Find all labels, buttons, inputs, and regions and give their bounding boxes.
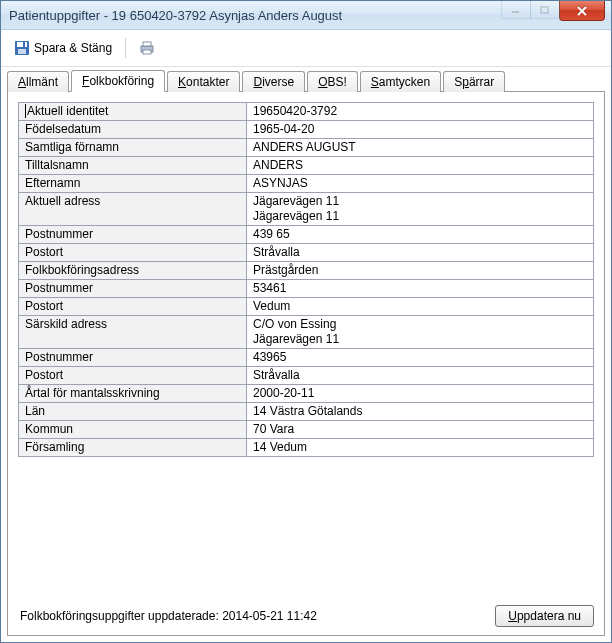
value-postort-3: Stråvalla <box>247 367 594 385</box>
save-and-close-label: Spara & Stäng <box>34 41 112 55</box>
row-postort-2: Postort Vedum <box>19 298 594 316</box>
value-artal-mantalsskrivning: 2000-20-11 <box>247 385 594 403</box>
value-folkbokforingsadress: Prästgården <box>247 262 594 280</box>
print-icon <box>139 40 155 56</box>
svg-rect-6 <box>18 49 26 54</box>
value-efternamn: ASYNJAS <box>247 175 594 193</box>
label-forsamling: Församling <box>19 439 247 457</box>
row-sarskild-adress: Särskild adress C/O von Essing Jägareväg… <box>19 316 594 349</box>
minimize-button[interactable] <box>501 1 531 19</box>
tab-kontakter[interactable]: Kontakter <box>167 71 240 92</box>
label-efternamn: Efternamn <box>19 175 247 193</box>
window-title: Patientuppgifter - 19 650420-3792 Asynja… <box>9 8 342 23</box>
folkbokforing-table: Aktuell identitet 19650420-3792 Födelsed… <box>18 102 594 457</box>
value-postort-2: Vedum <box>247 298 594 316</box>
row-kommun: Kommun 70 Vara <box>19 421 594 439</box>
tab-folkbokforing[interactable]: Folkbokföring <box>71 70 165 92</box>
label-lan: Län <box>19 403 247 421</box>
label-artal-mantalsskrivning: Årtal för mantalsskrivning <box>19 385 247 403</box>
label-postort-2: Postort <box>19 298 247 316</box>
titlebar-controls <box>501 1 611 29</box>
svg-rect-5 <box>17 42 27 47</box>
svg-rect-7 <box>23 42 25 47</box>
label-kommun: Kommun <box>19 421 247 439</box>
label-aktuell-identitet: Aktuell identitet <box>25 104 108 118</box>
tab-diverse[interactable]: Diverse <box>242 71 305 92</box>
tab-allmant[interactable]: Allmänt <box>7 71 69 92</box>
footer: Folkbokföringsuppgifter uppdaterade: 201… <box>18 597 594 627</box>
row-artal-mantalsskrivning: Årtal för mantalsskrivning 2000-20-11 <box>19 385 594 403</box>
close-button[interactable] <box>559 1 605 21</box>
print-button[interactable] <box>132 37 162 59</box>
value-fodelsedatum: 1965-04-20 <box>247 121 594 139</box>
value-tilltalsnamn: ANDERS <box>247 157 594 175</box>
value-kommun: 70 Vara <box>247 421 594 439</box>
label-tilltalsnamn: Tilltalsnamn <box>19 157 247 175</box>
label-postnummer-2: Postnummer <box>19 280 247 298</box>
svg-rect-1 <box>541 7 548 13</box>
row-forsamling: Församling 14 Vedum <box>19 439 594 457</box>
label-aktuell-adress: Aktuell adress <box>19 193 247 226</box>
row-postnummer-3: Postnummer 43965 <box>19 349 594 367</box>
row-postnummer-2: Postnummer 53461 <box>19 280 594 298</box>
row-samtliga-fornamn: Samtliga förnamn ANDERS AUGUST <box>19 139 594 157</box>
row-postort-3: Postort Stråvalla <box>19 367 594 385</box>
label-fodelsedatum: Födelsedatum <box>19 121 247 139</box>
value-lan: 14 Västra Götalands <box>247 403 594 421</box>
row-efternamn: Efternamn ASYNJAS <box>19 175 594 193</box>
label-postnummer-1: Postnummer <box>19 226 247 244</box>
svg-rect-9 <box>143 42 151 46</box>
tab-obs[interactable]: OBS! <box>307 71 358 92</box>
row-fodelsedatum: Födelsedatum 1965-04-20 <box>19 121 594 139</box>
titlebar: Patientuppgifter - 19 650420-3792 Asynja… <box>1 1 611 30</box>
label-samtliga-fornamn: Samtliga förnamn <box>19 139 247 157</box>
value-samtliga-fornamn: ANDERS AUGUST <box>247 139 594 157</box>
label-postort-1: Postort <box>19 244 247 262</box>
maximize-button[interactable] <box>530 1 560 19</box>
value-aktuell-adress: Jägarevägen 11 Jägarevägen 11 <box>247 193 594 226</box>
tabstrip: Allmänt Folkbokföring Kontakter Diverse … <box>1 67 611 91</box>
value-sarskild-adress: C/O von Essing Jägarevägen 11 <box>247 316 594 349</box>
save-and-close-button[interactable]: Spara & Stäng <box>7 37 119 59</box>
row-aktuell-identitet: Aktuell identitet 19650420-3792 <box>19 103 594 121</box>
row-lan: Län 14 Västra Götalands <box>19 403 594 421</box>
label-folkbokforingsadress: Folkbokföringsadress <box>19 262 247 280</box>
label-sarskild-adress: Särskild adress <box>19 316 247 349</box>
row-aktuell-adress: Aktuell adress Jägarevägen 11 Jägareväge… <box>19 193 594 226</box>
row-postort-1: Postort Stråvalla <box>19 244 594 262</box>
toolbar-separator <box>125 38 126 58</box>
tab-sparrar[interactable]: Spärrar <box>443 71 505 92</box>
toolbar: Spara & Stäng <box>1 30 611 67</box>
svg-rect-10 <box>143 50 151 54</box>
save-icon <box>14 40 30 56</box>
tab-content-folkbokforing: Aktuell identitet 19650420-3792 Födelsed… <box>7 91 605 636</box>
patientuppgifter-window: Patientuppgifter - 19 650420-3792 Asynja… <box>0 0 612 643</box>
tab-samtycken[interactable]: Samtycken <box>360 71 441 92</box>
row-folkbokforingsadress: Folkbokföringsadress Prästgården <box>19 262 594 280</box>
value-postnummer-1: 439 65 <box>247 226 594 244</box>
update-now-button[interactable]: Uppdatera nu <box>495 605 594 627</box>
row-tilltalsnamn: Tilltalsnamn ANDERS <box>19 157 594 175</box>
value-postort-1: Stråvalla <box>247 244 594 262</box>
label-postort-3: Postort <box>19 367 247 385</box>
value-forsamling: 14 Vedum <box>247 439 594 457</box>
value-postnummer-3: 43965 <box>247 349 594 367</box>
value-aktuell-identitet: 19650420-3792 <box>247 103 594 121</box>
row-postnummer-1: Postnummer 439 65 <box>19 226 594 244</box>
label-postnummer-3: Postnummer <box>19 349 247 367</box>
close-icon <box>576 6 588 16</box>
update-status-text: Folkbokföringsuppgifter uppdaterade: 201… <box>18 609 317 623</box>
value-postnummer-2: 53461 <box>247 280 594 298</box>
